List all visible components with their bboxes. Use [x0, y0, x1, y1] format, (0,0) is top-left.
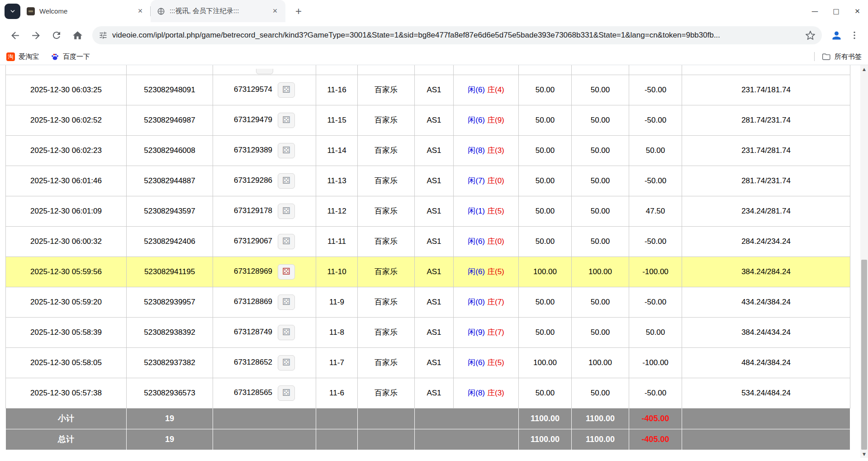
scroll-down-button[interactable]: ▼	[860, 450, 868, 458]
cell-bet-amount[interactable]: 50.00	[519, 135, 572, 166]
replay-dice-icon[interactable]: ⚄	[278, 173, 295, 189]
cell-round: 11-9	[316, 287, 358, 317]
replay-dice-icon[interactable]: ⚄	[278, 264, 295, 280]
cell-bet-amount[interactable]: 100.00	[519, 347, 572, 378]
cell-valid-amount: 50.00	[572, 287, 629, 317]
player-result: 闲(1)	[468, 207, 485, 215]
taobao-icon: 淘	[6, 52, 15, 61]
scroll-up-button[interactable]: ▲	[860, 65, 868, 73]
cell-table: AS1	[415, 105, 454, 135]
tab-close-icon[interactable]: ×	[270, 6, 280, 16]
tab-welcome[interactable]: Welcome ×	[20, 0, 151, 22]
cell-bet-amount[interactable]: 50.00	[519, 287, 572, 317]
replay-dice-icon[interactable]: ⚄	[278, 325, 295, 340]
cell-round: 11-12	[316, 196, 358, 226]
replay-dice-icon[interactable]: ⚄	[278, 82, 295, 98]
banker-result: 庄(5)	[487, 267, 504, 276]
cell-bet-amount[interactable]: 50.00	[519, 378, 572, 408]
reload-button[interactable]	[47, 26, 66, 45]
maximize-button[interactable]: □	[825, 0, 847, 22]
cell-bet-amount[interactable]: 50.00	[519, 75, 572, 105]
cell-result: 闲(1)庄(5)	[454, 196, 519, 226]
replay-dice-icon[interactable]: ⚄	[278, 234, 295, 249]
footer-bet-total: 1100.00	[519, 429, 572, 450]
cell-winloss: 50.00	[629, 317, 682, 347]
cell-bet-amount[interactable]: 50.00	[519, 226, 572, 257]
replay-dice-icon[interactable]: ⚄	[278, 385, 295, 401]
bookmark-baidu[interactable]: 百度一下	[51, 52, 90, 61]
cell-valid-amount: 100.00	[572, 347, 629, 378]
partial-row	[6, 65, 850, 75]
cell-time: 2025-12-30 06:02:52	[6, 105, 127, 135]
cell-bet-id: 523082937382	[127, 347, 213, 378]
tab-betrecord[interactable]: :::视讯, 会员下注纪录::: ×	[151, 0, 285, 22]
cell-balance: 384.24/284.24	[682, 257, 850, 287]
forward-button[interactable]	[26, 26, 45, 45]
back-button[interactable]	[5, 26, 24, 45]
replay-dice-icon[interactable]: ⚄	[278, 143, 295, 158]
game-id-text: 673129067	[234, 237, 272, 245]
cell-time: 2025-12-30 05:58:05	[6, 347, 127, 378]
minimize-button[interactable]: —	[804, 0, 825, 22]
cell-winloss: 50.00	[629, 135, 682, 166]
cell-game-type: 百家乐	[358, 135, 415, 166]
cell-winloss: -100.00	[629, 257, 682, 287]
cell-valid-amount: 50.00	[572, 196, 629, 226]
browser-menu-button[interactable]	[845, 26, 863, 44]
footer-bet-total: 1100.00	[519, 408, 572, 429]
cell-game-type: 百家乐	[358, 75, 415, 105]
vertical-scrollbar[interactable]: ▲ ▼	[860, 65, 868, 458]
footer-count: 19	[127, 429, 213, 450]
replay-dice-icon[interactable]: ⚄	[278, 204, 295, 219]
cell-balance: 484.24/384.24	[682, 347, 850, 378]
bookmark-star-icon[interactable]	[805, 30, 816, 41]
new-tab-button[interactable]: +	[291, 4, 306, 19]
browser-toolbar: videoie.com/ipl/portal.php/game/betrecor…	[0, 22, 868, 48]
site-settings-icon[interactable]	[99, 31, 108, 40]
cell-bet-amount[interactable]: 50.00	[519, 105, 572, 135]
bookmark-aitaobao[interactable]: 淘 爱淘宝	[6, 52, 39, 61]
url-text[interactable]: videoie.com/ipl/portal.php/game/betrecor…	[112, 31, 801, 40]
cell-valid-amount: 100.00	[572, 257, 629, 287]
cell-bet-amount[interactable]: 50.00	[519, 196, 572, 226]
all-bookmarks-button[interactable]: 所有书签	[822, 52, 862, 61]
cell-time: 2025-12-30 06:03:25	[6, 75, 127, 105]
cell-game-type: 百家乐	[358, 257, 415, 287]
globe-favicon-icon	[157, 7, 165, 15]
cell-balance: 284.24/234.24	[682, 226, 850, 257]
cell-winloss: -50.00	[629, 75, 682, 105]
cell-round: 11-8	[316, 317, 358, 347]
close-button[interactable]: ✕	[847, 0, 868, 22]
cell-table: AS1	[415, 196, 454, 226]
replay-dice-icon[interactable]: ⚄	[278, 355, 295, 371]
home-button[interactable]	[68, 26, 87, 45]
banker-result: 庄(0)	[487, 176, 504, 185]
tab-search-button[interactable]	[5, 4, 20, 19]
cell-game-id: 673128869⚄	[213, 287, 316, 317]
cell-bet-amount[interactable]: 100.00	[519, 257, 572, 287]
home-icon	[72, 30, 83, 41]
banker-result: 庄(0)	[487, 237, 504, 246]
all-bookmarks-label: 所有书签	[835, 52, 862, 61]
banker-result: 庄(3)	[487, 389, 504, 397]
game-id-text: 673128565	[234, 388, 272, 397]
tab-title: Welcome	[39, 7, 131, 15]
cell-bet-amount[interactable]: 50.00	[519, 317, 572, 347]
profile-avatar[interactable]	[827, 26, 845, 44]
cell-balance: 534.24/484.24	[682, 378, 850, 408]
replay-dice-icon[interactable]: ⚄	[278, 295, 295, 310]
cell-time: 2025-12-30 05:57:38	[6, 378, 127, 408]
bookmarks-divider	[814, 52, 815, 61]
table-row: 2025-12-30 05:58:05 523082937382 6731286…	[6, 347, 850, 378]
cell-table: AS1	[415, 347, 454, 378]
address-bar[interactable]: videoie.com/ipl/portal.php/game/betrecor…	[92, 26, 822, 44]
cell-winloss: -50.00	[629, 166, 682, 196]
player-result: 闲(8)	[468, 389, 485, 397]
replay-dice-icon[interactable]: ⚄	[278, 113, 295, 128]
replay-dice-icon[interactable]	[256, 69, 273, 74]
scrollbar-thumb[interactable]	[861, 260, 867, 450]
cell-bet-amount[interactable]: 50.00	[519, 166, 572, 196]
tab-close-icon[interactable]: ×	[135, 6, 145, 16]
die-glyph: ⚄	[282, 237, 290, 246]
cell-time: 2025-12-30 06:01:09	[6, 196, 127, 226]
